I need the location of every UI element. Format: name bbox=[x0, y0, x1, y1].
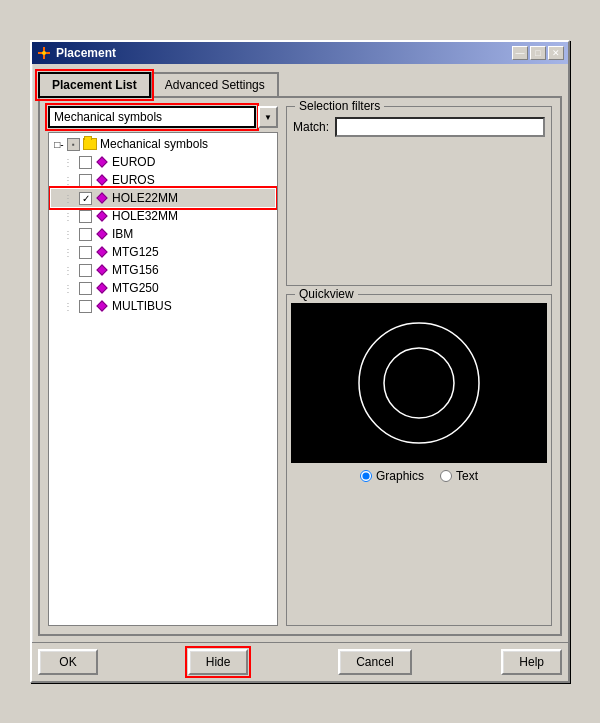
tree-item-mtg125[interactable]: ⋮ MTG125 bbox=[51, 243, 275, 261]
tree-item-multibus[interactable]: ⋮ MULTIBUS bbox=[51, 297, 275, 315]
diamond-icon-hole32mm bbox=[94, 208, 110, 224]
tree-checkbox-hole22mm[interactable]: ✓ bbox=[79, 192, 92, 205]
tree-checkbox-root[interactable]: ▪ bbox=[67, 138, 80, 151]
tree-checkbox-eurod[interactable] bbox=[79, 156, 92, 169]
tree-label-mtg125: MTG125 bbox=[112, 245, 159, 259]
diamond-icon-mtg156 bbox=[94, 262, 110, 278]
tree-label-hole32mm: HOLE32MM bbox=[112, 209, 178, 223]
tree-label-eurod: EUROD bbox=[112, 155, 155, 169]
tree-label-multibus: MULTIBUS bbox=[112, 299, 172, 313]
diamond-icon-mtg125 bbox=[94, 244, 110, 260]
match-row: Match: bbox=[293, 117, 545, 137]
tab-placement-list[interactable]: Placement List bbox=[38, 72, 151, 98]
library-dropdown-row: Mechanical symbols ▼ bbox=[48, 106, 278, 128]
radio-graphics-label: Graphics bbox=[376, 469, 424, 483]
tree-item-hole22mm[interactable]: ⋮ ✓ HOLE22MM bbox=[51, 189, 275, 207]
tree-label-mtg250: MTG250 bbox=[112, 281, 159, 295]
tree-item-ibm[interactable]: ⋮ IBM bbox=[51, 225, 275, 243]
diamond-icon-hole22mm bbox=[94, 190, 110, 206]
diamond-icon-ibm bbox=[94, 226, 110, 242]
tree-item-mtg156[interactable]: ⋮ MTG156 bbox=[51, 261, 275, 279]
button-row: OK Hide Cancel Help bbox=[32, 642, 568, 681]
cancel-button[interactable]: Cancel bbox=[338, 649, 411, 675]
diamond-icon-mtg250 bbox=[94, 280, 110, 296]
tree-checkbox-multibus[interactable] bbox=[79, 300, 92, 313]
folder-icon-root bbox=[82, 136, 98, 152]
tree-checkbox-euros[interactable] bbox=[79, 174, 92, 187]
tab-content: Mechanical symbols ▼ □- ▪ Mechanical sym… bbox=[38, 96, 562, 636]
tree-item-root[interactable]: □- ▪ Mechanical symbols bbox=[51, 135, 275, 153]
window-title: Placement bbox=[56, 46, 512, 60]
tree-item-mtg250[interactable]: ⋮ MTG250 bbox=[51, 279, 275, 297]
diamond-icon-eurod bbox=[94, 154, 110, 170]
tree-item-hole32mm[interactable]: ⋮ HOLE32MM bbox=[51, 207, 275, 225]
dropdown-arrow-button[interactable]: ▼ bbox=[258, 106, 278, 128]
tree-item-eurod[interactable]: ⋮ EUROD bbox=[51, 153, 275, 171]
tree-checkbox-mtg125[interactable] bbox=[79, 246, 92, 259]
help-button[interactable]: Help bbox=[501, 649, 562, 675]
svg-point-2 bbox=[42, 51, 46, 55]
tree-label-hole22mm: HOLE22MM bbox=[112, 191, 178, 205]
radio-graphics-option[interactable]: Graphics bbox=[360, 469, 424, 483]
svg-point-4 bbox=[384, 348, 454, 418]
radio-graphics[interactable] bbox=[360, 470, 372, 482]
window-controls: — □ ✕ bbox=[512, 46, 564, 60]
svg-point-3 bbox=[359, 323, 479, 443]
tree-checkbox-mtg156[interactable] bbox=[79, 264, 92, 277]
diamond-icon-euros bbox=[94, 172, 110, 188]
tree-label-ibm: IBM bbox=[112, 227, 133, 241]
close-button[interactable]: ✕ bbox=[548, 46, 564, 60]
match-input[interactable] bbox=[335, 117, 545, 137]
radio-text-label: Text bbox=[456, 469, 478, 483]
tree-label-mtg156: MTG156 bbox=[112, 263, 159, 277]
tree-checkbox-ibm[interactable] bbox=[79, 228, 92, 241]
app-icon bbox=[36, 45, 52, 61]
quickview-legend: Quickview bbox=[295, 287, 358, 301]
tree-expander-root[interactable]: □- bbox=[51, 136, 67, 152]
tree-checkbox-mtg250[interactable] bbox=[79, 282, 92, 295]
minimize-button[interactable]: — bbox=[512, 46, 528, 60]
window-body: Placement List Advanced Settings Mechani… bbox=[32, 64, 568, 642]
tree-label-root: Mechanical symbols bbox=[100, 137, 208, 151]
radio-text-option[interactable]: Text bbox=[440, 469, 478, 483]
diamond-icon-multibus bbox=[94, 298, 110, 314]
radio-row: Graphics Text bbox=[291, 469, 547, 483]
tree-label-euros: EUROS bbox=[112, 173, 155, 187]
match-label: Match: bbox=[293, 120, 329, 134]
tab-advanced-settings[interactable]: Advanced Settings bbox=[151, 72, 279, 98]
ok-button[interactable]: OK bbox=[38, 649, 98, 675]
library-dropdown[interactable]: Mechanical symbols bbox=[48, 106, 256, 128]
tree-item-euros[interactable]: ⋮ EUROS bbox=[51, 171, 275, 189]
tree-view[interactable]: □- ▪ Mechanical symbols ⋮ bbox=[48, 132, 278, 626]
maximize-button[interactable]: □ bbox=[530, 46, 546, 60]
hide-button[interactable]: Hide bbox=[188, 649, 249, 675]
tree-checkbox-hole32mm[interactable] bbox=[79, 210, 92, 223]
left-panel: Mechanical symbols ▼ □- ▪ Mechanical sym… bbox=[48, 106, 278, 626]
selection-filters-legend: Selection filters bbox=[295, 99, 384, 113]
tab-bar: Placement List Advanced Settings bbox=[38, 70, 562, 96]
selection-filters-group: Selection filters Match: bbox=[286, 106, 552, 286]
placement-window: Placement — □ ✕ Placement List Advanced … bbox=[30, 40, 570, 683]
quickview-canvas bbox=[291, 303, 547, 463]
title-bar: Placement — □ ✕ bbox=[32, 42, 568, 64]
right-panel: Selection filters Match: Quickview bbox=[286, 106, 552, 626]
quickview-group: Quickview Graphics bbox=[286, 294, 552, 626]
radio-text[interactable] bbox=[440, 470, 452, 482]
